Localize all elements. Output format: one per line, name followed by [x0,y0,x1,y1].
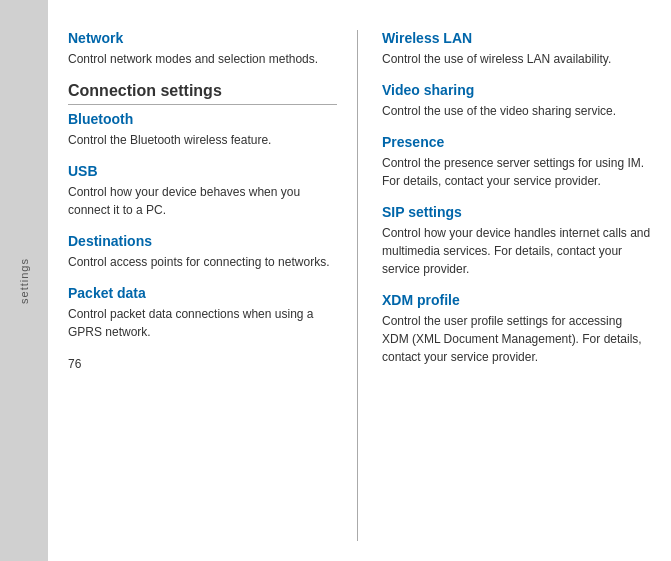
connection-settings-heading: Connection settings [68,82,337,105]
destinations-desc: Control access points for connecting to … [68,253,337,271]
packet-data-desc: Control packet data connections when usi… [68,305,337,341]
wireless-lan-title: Wireless LAN [382,30,651,46]
presence-title: Presence [382,134,651,150]
destinations-title: Destinations [68,233,337,249]
video-sharing-desc: Control the use of the video sharing ser… [382,102,651,120]
bluetooth-desc: Control the Bluetooth wireless feature. [68,131,337,149]
presence-desc: Control the presence server settings for… [382,154,651,190]
xdm-profile-desc: Control the user profile settings for ac… [382,312,651,366]
usb-desc: Control how your device behaves when you… [68,183,337,219]
wireless-lan-desc: Control the use of wireless LAN availabi… [382,50,651,68]
main-content: Network Control network modes and select… [48,0,671,561]
sidebar: settings [0,0,48,561]
page-number: 76 [68,357,337,371]
right-column: Wireless LAN Control the use of wireless… [358,30,651,541]
network-desc: Control network modes and selection meth… [68,50,337,68]
video-sharing-title: Video sharing [382,82,651,98]
left-column: Network Control network modes and select… [68,30,358,541]
network-title: Network [68,30,337,46]
usb-title: USB [68,163,337,179]
sip-settings-title: SIP settings [382,204,651,220]
sidebar-label: settings [18,258,30,304]
xdm-profile-title: XDM profile [382,292,651,308]
bluetooth-title: Bluetooth [68,111,337,127]
packet-data-title: Packet data [68,285,337,301]
sip-settings-desc: Control how your device handles internet… [382,224,651,278]
